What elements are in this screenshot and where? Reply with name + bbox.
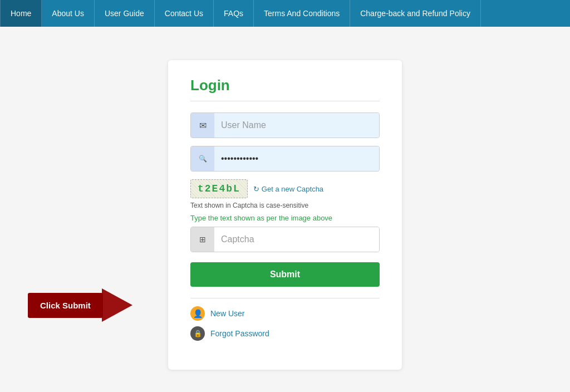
new-user-row[interactable]: 👤 New User <box>190 306 380 321</box>
captcha-input[interactable] <box>214 227 379 252</box>
refresh-captcha-button[interactable]: ↻ Get a new Captcha <box>253 185 323 193</box>
username-input[interactable] <box>214 113 379 138</box>
captcha-icon: ⊞ <box>191 227 214 252</box>
forgot-password-row[interactable]: 🔒 Forgot Password <box>190 326 380 341</box>
password-row: 🔍 <box>190 146 380 171</box>
click-submit-label: Click Submit <box>28 293 103 318</box>
refresh-icon: ↻ <box>253 185 259 193</box>
password-icon: 🔍 <box>191 146 214 171</box>
login-card: Login ✉ 🔍 t2E4bL ↻ Get a new Captcha Tex… <box>168 60 402 370</box>
refresh-captcha-label: Get a new Captcha <box>262 185 323 193</box>
nav-user-guide[interactable]: User Guide <box>95 0 155 27</box>
nav-terms[interactable]: Terms And Conditions <box>254 0 350 27</box>
arrow-icon <box>102 288 132 322</box>
annotation-wrapper: Click Submit <box>28 288 132 322</box>
submit-button[interactable]: Submit <box>190 262 380 287</box>
new-user-link[interactable]: New User <box>210 309 244 318</box>
captcha-area: t2E4bL ↻ Get a new Captcha <box>190 179 380 198</box>
new-user-icon: 👤 <box>190 306 205 321</box>
nav-chargeback[interactable]: Charge-back and Refund Policy <box>350 0 481 27</box>
username-row: ✉ <box>190 112 380 138</box>
password-input[interactable] <box>214 146 379 171</box>
captcha-image: t2E4bL <box>190 179 248 198</box>
navigation: Home About Us User Guide Contact Us FAQs… <box>0 0 570 27</box>
nav-faqs[interactable]: FAQs <box>214 0 254 27</box>
forgot-password-link[interactable]: Forgot Password <box>210 329 269 338</box>
captcha-input-row: ⊞ <box>190 227 380 252</box>
bottom-divider <box>190 298 380 298</box>
login-title: Login <box>190 77 380 94</box>
captcha-instruction: Type the text shown as per the image abo… <box>190 214 380 222</box>
envelope-icon: ✉ <box>191 113 214 138</box>
nav-contact[interactable]: Contact Us <box>155 0 214 27</box>
page-wrapper: Click Submit Login ✉ 🔍 t2E4bL ↻ Get a ne… <box>0 27 570 392</box>
nav-home[interactable]: Home <box>0 0 42 27</box>
lock-icon: 🔒 <box>190 326 205 341</box>
title-divider <box>190 101 380 101</box>
nav-about[interactable]: About Us <box>42 0 95 27</box>
captcha-note: Text shown in Captcha is case-sensitive <box>190 202 380 209</box>
